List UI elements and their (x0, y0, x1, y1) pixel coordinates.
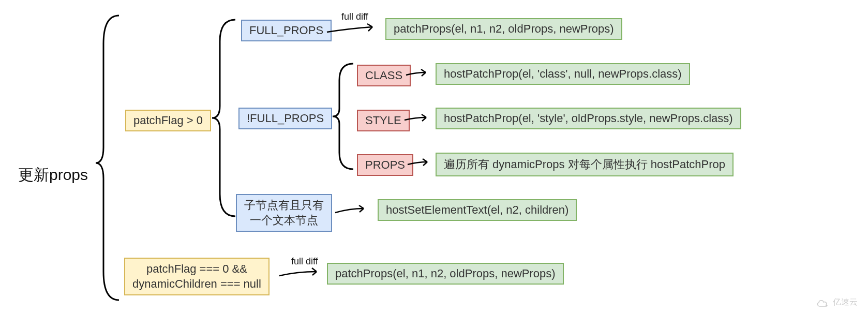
root-brace (93, 13, 122, 303)
label-full-diff-2: full diff (291, 256, 318, 267)
watermark-text: 亿速云 (833, 297, 858, 308)
watermark: 亿速云 (816, 297, 858, 308)
label-full-diff-1: full diff (341, 11, 368, 22)
node-full-props: FULL_PROPS (241, 20, 332, 41)
child2-brace (330, 59, 356, 173)
arrow-full-props (327, 21, 379, 36)
branch2-line2: dynamicChildren === null (132, 277, 261, 292)
result-patchprops-1: patchProps(el, n1, n2, oldProps, newProp… (385, 18, 622, 40)
branch-patchflag-gt0: patchFlag > 0 (125, 110, 211, 131)
arrow-branch2 (279, 265, 323, 280)
branch2-line1: patchFlag === 0 && (146, 262, 247, 277)
branch1-brace (209, 16, 238, 220)
node-class: CLASS (357, 65, 411, 86)
result-props: 遍历所有 dynamicProps 对每个属性执行 hostPatchProp (436, 153, 734, 176)
text-child-line2: 一个文本节点 (250, 213, 318, 228)
root-title: 更新props (18, 165, 88, 186)
result-patchprops-2: patchProps(el, n1, n2, oldProps, newProp… (327, 263, 564, 285)
node-not-full-props: !FULL_PROPS (238, 108, 332, 129)
result-class: hostPatchProp(el, 'class', null, newProp… (436, 63, 690, 85)
node-style: STYLE (357, 110, 410, 131)
text-child-line1: 子节点有且只有 (244, 198, 324, 213)
branch-patchflag-0: patchFlag === 0 && dynamicChildren === n… (124, 258, 270, 295)
result-style: hostPatchProp(el, 'style', oldProps.styl… (436, 108, 741, 129)
node-props: PROPS (357, 154, 413, 176)
cloud-icon (816, 298, 830, 307)
node-text-child: 子节点有且只有 一个文本节点 (236, 194, 332, 232)
arrow-text-child (335, 203, 371, 218)
result-hostsetelementtext: hostSetElementText(el, n2, children) (378, 199, 577, 221)
